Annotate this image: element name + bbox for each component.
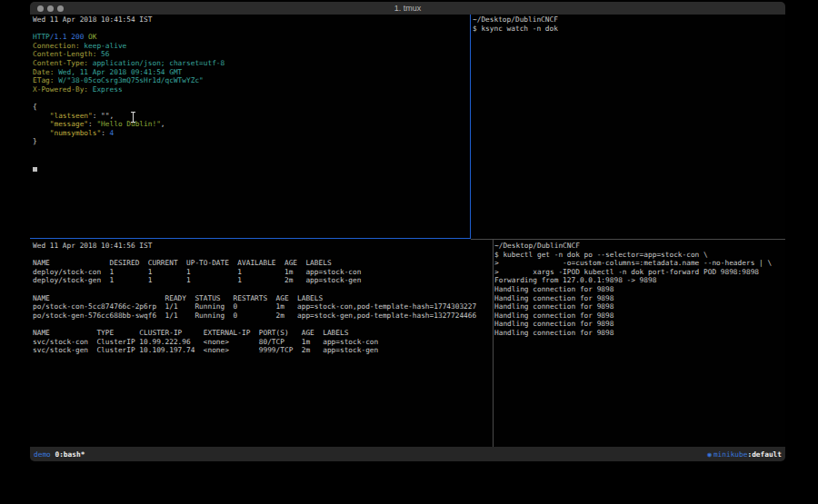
terminal-window: 1. tmux Wed 11 Apr 2018 10:41:54 ISTHTTP…: [30, 2, 785, 461]
terminal-line: NAME READY STATUS RESTARTS AGE LABELS: [33, 294, 490, 303]
tmux-status-bar: demo 0:bash* ◉minikube:default: [30, 447, 785, 461]
terminal-line: "lastseen": "",: [33, 112, 467, 121]
active-pane-vertical-divider[interactable]: [470, 15, 471, 239]
window-titlebar[interactable]: 1. tmux: [30, 2, 785, 15]
terminal-line: "numsymbols": 4: [33, 129, 467, 138]
terminal-line: [33, 285, 490, 294]
status-left: demo 0:bash*: [34, 450, 85, 459]
terminal-line: X-Powered-By: Express: [33, 85, 467, 94]
terminal-line: [33, 94, 467, 103]
kubectl-resources-pane[interactable]: Wed 11 Apr 2018 10:41:56 ISTNAME DESIRED…: [33, 242, 490, 447]
terminal-line: Handling connection for 9898: [494, 285, 783, 294]
terminal-line: Handling connection for 9898: [494, 329, 783, 338]
terminal-line: po/stock-con-5cc874766c-2p6rp 1/1 Runnin…: [33, 302, 490, 311]
terminal-line: Handling connection for 9898: [494, 294, 783, 303]
terminal-line: }: [33, 137, 467, 146]
terminal-line: > -o=custom-columns=:metadata.name --no-…: [494, 259, 783, 268]
vertical-pane-divider[interactable]: [493, 239, 494, 447]
kubernetes-helm-icon: ◉: [707, 450, 712, 459]
ksync-watch-pane[interactable]: ~/Desktop/DublinCNCF$ ksync watch -n dok: [473, 15, 783, 237]
terminal-line: deploy/stock-gen 1 1 1 1 2m app=stock-ge…: [33, 276, 490, 285]
mouse-ibeam-cursor: [133, 113, 134, 122]
terminal-line: HTTP/1.1 200 OK: [33, 33, 467, 42]
terminal-line: Handling connection for 9898: [494, 302, 783, 311]
terminal-line: ETag: W/"38-05coCsrg3mQ75sHr1d/qcWTwYZc": [33, 76, 467, 85]
terminal-line: [33, 155, 467, 164]
kube-context: minikube: [713, 450, 748, 459]
window-tab[interactable]: 0:bash*: [55, 450, 85, 459]
tmux-content: Wed 11 Apr 2018 10:41:54 ISTHTTP/1.1 200…: [30, 15, 785, 447]
terminal-line: Date: Wed, 11 Apr 2018 09:41:54 GMT: [33, 68, 467, 77]
status-right: ◉minikube:default: [707, 450, 782, 459]
terminal-line: [33, 146, 467, 155]
terminal-line: Handling connection for 9898: [494, 320, 783, 329]
port-forward-pane[interactable]: ~/Desktop/DublinCNCF$ kubectl get -n dok…: [494, 242, 783, 447]
terminal-line: {: [33, 103, 467, 112]
terminal-line: $ ksync watch -n dok: [473, 25, 783, 34]
terminal-line: "message": "Hello Dublin!",: [33, 120, 467, 129]
terminal-line: deploy/stock-con 1 1 1 1 1m app=stock-co…: [33, 268, 490, 277]
terminal-line: NAME DESIRED CURRENT UP-TO-DATE AVAILABL…: [33, 259, 490, 268]
terminal-line: po/stock-gen-576cc688bb-swqf6 1/1 Runnin…: [33, 311, 490, 321]
terminal-line: Handling connection for 9898: [494, 311, 783, 321]
terminal-line: Content-Length: 56: [33, 50, 467, 59]
terminal-line: [33, 251, 490, 260]
terminal-line: svc/stock-gen ClusterIP 10.109.197.74 <n…: [33, 346, 490, 355]
terminal-line: [33, 25, 467, 34]
terminal-line: svc/stock-con ClusterIP 10.99.222.96 <no…: [33, 338, 490, 347]
terminal-line: ~/Desktop/DublinCNCF: [494, 242, 783, 251]
terminal-line: Forwarding from 127.0.0.1:9898 -> 9898: [494, 276, 783, 285]
terminal-line: NAME TYPE CLUSTER-IP EXTERNAL-IP PORT(S)…: [33, 329, 490, 338]
terminal-line: ~/Desktop/DublinCNCF: [473, 15, 783, 25]
active-pane-horizontal-divider[interactable]: [30, 238, 471, 239]
terminal-line: Wed 11 Apr 2018 10:41:56 IST: [33, 242, 490, 251]
kube-namespace: :default: [747, 450, 782, 459]
window-title: 1. tmux: [30, 4, 785, 13]
terminal-line: $ kubectl get -n dok po --selector=app=s…: [494, 251, 783, 260]
terminal-line: [33, 320, 490, 329]
terminal-line: Content-Type: application/json; charset=…: [33, 59, 467, 68]
terminal-line: > xargs -IPOD kubectl -n dok port-forwar…: [494, 268, 783, 277]
terminal-line: [33, 163, 467, 173]
session-name: demo: [34, 450, 51, 459]
desktop-background: 1. tmux Wed 11 Apr 2018 10:41:54 ISTHTTP…: [0, 0, 818, 504]
terminal-line: Connection: keep-alive: [33, 42, 467, 51]
horizontal-pane-divider[interactable]: [471, 239, 785, 240]
terminal-line: Wed 11 Apr 2018 10:41:54 IST: [33, 15, 467, 25]
http-response-pane[interactable]: Wed 11 Apr 2018 10:41:54 ISTHTTP/1.1 200…: [33, 15, 467, 237]
